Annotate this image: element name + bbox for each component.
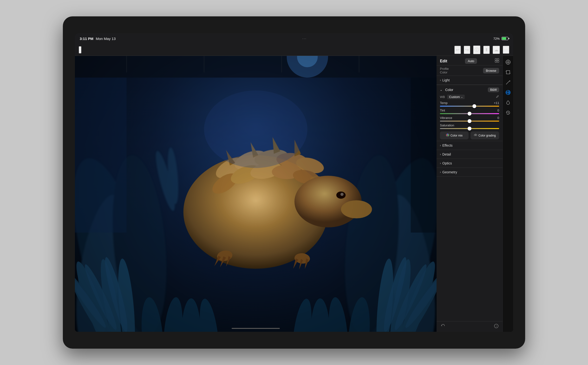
filter-tool-button[interactable] (504, 88, 512, 97)
temp-value: +11 (494, 101, 499, 105)
bw-button[interactable]: B&W (488, 87, 499, 92)
optics-accordion-header[interactable]: › Optics (437, 159, 503, 168)
effects-accordion-header[interactable]: › Effects (437, 141, 503, 150)
app-nav-bar: ‹ ↩ ↪ ⓘ ⬆ ☁ ··· (75, 44, 513, 56)
svg-point-76 (446, 135, 447, 136)
vibrance-slider-track[interactable] (440, 121, 499, 122)
battery-icon (502, 37, 508, 40)
profile-row: Profile Color Browse (437, 65, 503, 76)
adjust-tool-button[interactable] (504, 58, 512, 66)
detail-accordion-header[interactable]: › Detail (437, 150, 503, 159)
battery-percent: 72% (493, 37, 500, 41)
light-title: Light (442, 78, 449, 82)
svg-point-78 (447, 134, 448, 135)
panel-undo-icon[interactable] (441, 323, 445, 330)
back-button[interactable]: ‹ (79, 46, 81, 53)
color-chevron: ⌄ (440, 88, 442, 91)
color-grading-icon (474, 133, 477, 137)
status-right: 72% (493, 37, 508, 41)
photo-scene (75, 56, 437, 332)
svg-rect-67 (75, 56, 437, 332)
saturation-slider-row: Saturation (437, 123, 503, 130)
edit-panel: Edit Auto (437, 56, 503, 332)
color-tool-button[interactable] (504, 98, 512, 107)
auto-button[interactable]: Auto (465, 58, 477, 64)
temp-slider-track[interactable] (440, 106, 499, 107)
svg-point-88 (508, 62, 509, 63)
app-screen: 3:11 PM Mon May 13 ··· 72% ‹ ↩ ↪ ⓘ ⬆ ☁ ·… (75, 33, 513, 332)
tint-value: 0 (497, 109, 499, 112)
svg-point-93 (506, 92, 508, 93)
status-dots: ··· (302, 37, 307, 41)
svg-rect-89 (506, 70, 510, 74)
panel-scroll-area[interactable]: Profile Color Browse › Light (437, 65, 503, 321)
tablet-device: 3:11 PM Mon May 13 ··· 72% ‹ ↩ ↪ ⓘ ⬆ ☁ ·… (63, 16, 525, 349)
panel-toolbar: Edit Auto (437, 56, 503, 65)
detail-chevron: › (440, 153, 441, 156)
light-accordion-header[interactable]: › Light (437, 76, 503, 84)
svg-rect-69 (411, 77, 437, 232)
color-section-header[interactable]: ⌄ Color B&W (437, 85, 503, 94)
edit-label: Edit (440, 59, 447, 63)
temp-slider-row: Temp +11 (437, 100, 503, 108)
status-time: 3:11 PM (80, 37, 93, 41)
effects-chevron: › (440, 144, 441, 147)
saturation-slider-track[interactable] (440, 128, 499, 129)
svg-rect-70 (495, 58, 497, 60)
status-date: Mon May 13 (96, 37, 116, 41)
undo-button[interactable]: ↩ (454, 46, 461, 54)
optics-title: Optics (442, 161, 452, 165)
cloud-button[interactable]: ☁ (493, 46, 500, 54)
redo-button[interactable]: ↪ (464, 46, 470, 54)
temp-slider-thumb[interactable] (472, 104, 476, 108)
svg-point-77 (448, 135, 449, 136)
color-grading-label: Color grading (478, 134, 496, 137)
panel-grid-icon[interactable] (495, 58, 499, 64)
tint-slider-track[interactable] (440, 113, 499, 114)
more-button[interactable]: ··· (503, 46, 509, 54)
svg-text:i: i (496, 325, 497, 327)
panel-info-icon[interactable]: i (494, 323, 499, 330)
temp-label: Temp (440, 101, 448, 105)
saturation-slider-thumb[interactable] (468, 127, 471, 131)
vibrance-value: 0 (497, 116, 499, 120)
history-tool-button[interactable] (504, 108, 512, 117)
color-mix-button[interactable]: Color mix (440, 132, 469, 139)
svg-marker-82 (441, 325, 442, 326)
share-button[interactable]: ⬆ (483, 46, 490, 54)
app-content: Edit Auto (75, 56, 513, 332)
detail-title: Detail (442, 152, 451, 156)
svg-point-94 (508, 91, 510, 92)
status-center-dots: ··· (302, 37, 307, 41)
profile-value: Color (440, 70, 449, 74)
panel-bottom-bar: i (437, 321, 503, 332)
svg-point-95 (508, 92, 510, 94)
right-tool-strip (503, 56, 513, 332)
browse-button[interactable]: Browse (483, 68, 499, 73)
color-title: Color (445, 88, 453, 92)
wb-row: WB Custom ⌄ (437, 94, 503, 100)
tint-slider-row: Tint 0 (437, 108, 503, 115)
vibrance-slider-thumb[interactable] (468, 119, 471, 123)
color-grading-button[interactable]: Color grading (470, 132, 499, 139)
photo-canvas (75, 56, 437, 332)
effects-title: Effects (442, 143, 453, 147)
profile-label: Profile (440, 67, 449, 70)
wb-label: WB (440, 95, 446, 99)
color-sub-buttons: Color mix Color gra (437, 130, 503, 141)
tint-label: Tint (440, 109, 445, 112)
crop-tool-button[interactable] (504, 68, 512, 77)
wb-value[interactable]: Custom ⌄ (447, 95, 465, 99)
svg-rect-72 (495, 61, 497, 62)
tint-slider-thumb[interactable] (468, 112, 471, 116)
svg-rect-73 (497, 61, 499, 62)
photo-area (75, 56, 437, 332)
heal-tool-button[interactable] (504, 78, 512, 87)
info-button[interactable]: ⓘ (473, 46, 480, 54)
geometry-accordion-header[interactable]: › Geometry (437, 168, 503, 176)
wb-edit-icon[interactable] (496, 95, 499, 99)
svg-rect-71 (497, 58, 499, 60)
wb-custom: Custom (449, 95, 460, 99)
color-mix-label: Color mix (450, 134, 463, 137)
optics-chevron: › (440, 161, 441, 165)
